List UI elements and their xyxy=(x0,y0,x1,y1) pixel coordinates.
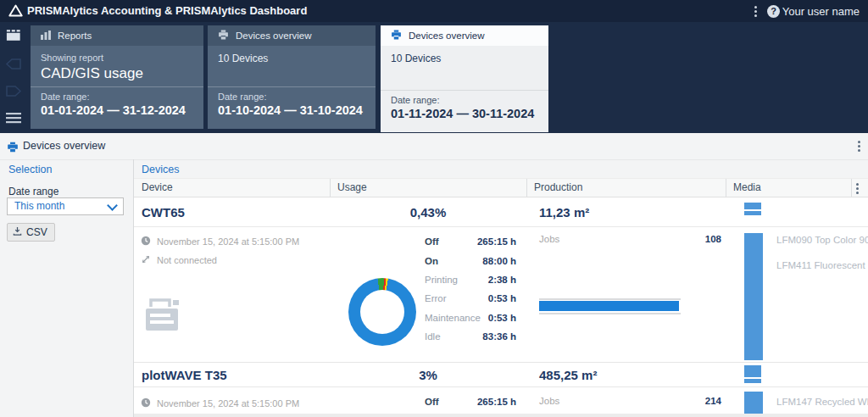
col-production[interactable]: Production xyxy=(534,179,582,197)
production-value: 11,23 m² xyxy=(539,205,589,220)
jobs-label: Jobs xyxy=(539,396,559,406)
devices-heading: Devices xyxy=(142,164,179,175)
production-bar xyxy=(539,301,679,311)
media-bar xyxy=(744,233,763,360)
nav-forward-icon[interactable] xyxy=(5,85,22,101)
status-label: On xyxy=(425,256,438,266)
table-menu-icon[interactable] xyxy=(856,183,859,194)
card-header: Devices overview xyxy=(208,25,376,46)
date-range-value: 01-10-2024 — 31-10-2024 xyxy=(218,103,365,117)
media-mini-bar xyxy=(744,203,761,209)
status-value: 88:00 h xyxy=(482,256,516,266)
jobs-row: Jobs 108 xyxy=(539,234,721,244)
media-bar xyxy=(744,392,763,414)
col-media[interactable]: Media xyxy=(733,179,761,197)
status-label: Off xyxy=(425,397,439,407)
status-row: Printing2:38 h xyxy=(425,270,516,289)
card-header: Devices overview xyxy=(381,25,548,46)
devices-overview-card-active[interactable]: Devices overview 10 Devices Date range: … xyxy=(381,25,548,132)
date-range-label: Date range xyxy=(8,186,58,197)
status-value: 265:15 h xyxy=(477,397,516,407)
app: PRISMAlytics Accounting & PRISMAlytics D… xyxy=(0,0,868,417)
status-row: Maintenance0:53 h xyxy=(425,309,516,327)
topbar: PRISMAlytics Accounting & PRISMAlytics D… xyxy=(0,0,868,22)
selection-heading: Selection xyxy=(8,164,52,175)
table-header: Device Usage Production Media xyxy=(134,178,868,197)
nav-back-icon[interactable] xyxy=(5,58,22,74)
usage-value: 3% xyxy=(330,368,526,382)
column-divider xyxy=(726,179,726,197)
timestamp: November 15, 2024 at 5:15:00 PM xyxy=(157,398,299,409)
date-range-label: Date range: xyxy=(41,92,193,102)
jobs-label: Jobs xyxy=(539,234,559,244)
media-label: LFM411 Fluorescent Pa xyxy=(776,260,868,270)
col-device[interactable]: Device xyxy=(142,179,173,197)
dashboard-icon[interactable] xyxy=(6,29,21,45)
production-value: 485,25 m² xyxy=(539,368,597,382)
media-mini-bar xyxy=(744,365,761,377)
usage-value: 0,43% xyxy=(330,205,526,220)
nav-rail xyxy=(0,22,27,133)
card-subtitle: Showing report xyxy=(41,53,193,63)
date-range-value: 01-01-2024 — 31-12-2024 xyxy=(41,103,193,117)
help-icon[interactable]: ? xyxy=(767,5,780,18)
status-value: 265:15 h xyxy=(477,236,516,247)
timestamp: November 15, 2024 at 5:15:00 PM xyxy=(157,236,299,247)
timestamp-line: November 15, 2024 at 5:15:00 PM xyxy=(141,234,299,249)
status-list: Off265:15 h On88:00 h Printing2:38 h Err… xyxy=(425,232,516,346)
media-mini-bar xyxy=(744,211,761,215)
csv-button[interactable]: CSV xyxy=(7,223,55,242)
user-name[interactable]: Your user name xyxy=(782,5,860,18)
date-range-selected-value: This month xyxy=(14,198,64,214)
card-value: 10 Devices xyxy=(218,53,365,64)
chevron-down-icon xyxy=(107,200,118,211)
status-row: Off265:15 h xyxy=(425,396,516,408)
reports-card[interactable]: Reports Showing report CAD/GIS usage Dat… xyxy=(31,25,203,129)
date-range-select[interactable]: This month xyxy=(7,197,124,215)
date-range-value: 01-11-2024 — 30-11-2024 xyxy=(391,107,538,120)
card-title: Devices overview xyxy=(236,31,311,41)
status-label: Idle xyxy=(425,331,441,342)
usage-donut xyxy=(348,278,416,346)
devices-overview-panel: Devices overview Selection Date range Th… xyxy=(0,133,868,417)
status-row: Error0:53 h xyxy=(425,289,516,308)
download-icon xyxy=(13,226,22,238)
col-usage[interactable]: Usage xyxy=(337,179,367,197)
date-range-label: Date range: xyxy=(391,95,538,105)
clock-icon xyxy=(141,234,151,249)
jobs-value: 214 xyxy=(705,396,721,406)
column-divider xyxy=(330,179,331,197)
card-title: Reports xyxy=(58,31,92,41)
app-title: PRISMAlytics Accounting & PRISMAlytics D… xyxy=(27,0,307,22)
device-row-detail: November 15, 2024 at 5:15:00 PM Off265:1… xyxy=(134,387,868,417)
status-row: On88:00 h xyxy=(425,251,516,270)
device-name: CWT65 xyxy=(142,205,185,220)
status-row: Off265:15 h xyxy=(425,232,516,251)
status-value: 0:53 h xyxy=(488,293,516,303)
printer-icon xyxy=(391,30,402,42)
device-row-summary[interactable]: plotWAVE T35 3% 485,25 m² xyxy=(134,362,868,387)
connection-line: Not connected xyxy=(141,253,217,268)
printer-icon xyxy=(142,297,185,339)
status-label: Error xyxy=(425,293,447,303)
card-header: Reports xyxy=(31,25,203,46)
overflow-menu-icon[interactable] xyxy=(754,6,757,17)
status-label: Off xyxy=(425,236,439,247)
devices-overview-card[interactable]: Devices overview 10 Devices Date range: … xyxy=(208,25,376,129)
card-value: 10 Devices xyxy=(391,53,538,64)
timestamp-line: November 15, 2024 at 5:15:00 PM xyxy=(141,396,299,411)
panel-title: Devices overview xyxy=(23,133,105,159)
panel-menu-icon[interactable] xyxy=(858,141,860,152)
triangle-logo-icon xyxy=(8,3,23,21)
connection-status: Not connected xyxy=(157,255,217,265)
menu-icon[interactable] xyxy=(6,112,21,127)
status-label: Printing xyxy=(425,275,458,285)
devices-table: Devices Device Usage Production Media CW… xyxy=(133,159,868,417)
media-mini-bar xyxy=(744,379,761,383)
media-label: LFM147 Recycled Whit xyxy=(776,397,868,407)
donut-hole xyxy=(360,290,404,334)
device-name: plotWAVE T35 xyxy=(142,368,227,382)
device-row-summary[interactable]: CWT65 0,43% 11,23 m² xyxy=(134,197,868,227)
jobs-value: 108 xyxy=(705,234,721,244)
jobs-row: Jobs 214 xyxy=(539,396,721,406)
